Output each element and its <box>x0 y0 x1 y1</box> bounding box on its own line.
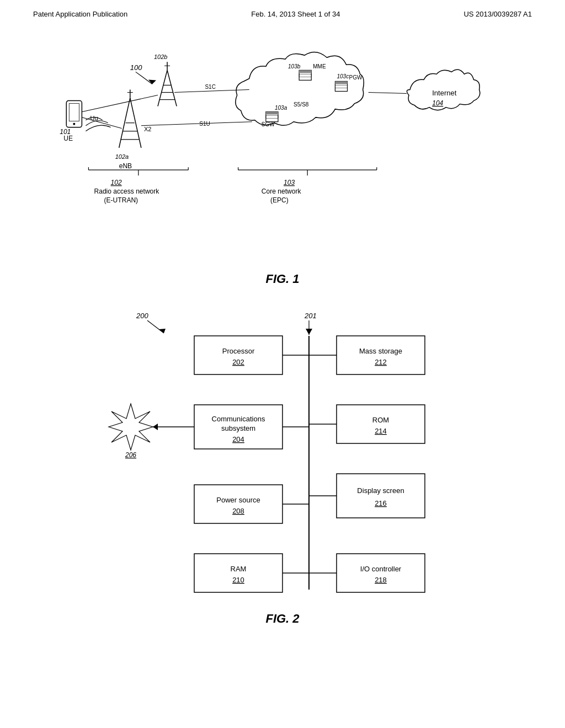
svg-text:X2: X2 <box>144 126 152 132</box>
fig2-svg: 200 201 Processor 202 Communications sub… <box>33 303 532 612</box>
svg-rect-30 <box>266 112 278 115</box>
svg-line-28 <box>82 95 158 112</box>
header-middle: Feb. 14, 2013 Sheet 1 of 34 <box>251 10 340 18</box>
svg-text:218: 218 <box>375 576 387 584</box>
svg-rect-4 <box>69 104 79 121</box>
svg-text:102b: 102b <box>154 53 168 60</box>
svg-text:200: 200 <box>136 312 148 320</box>
svg-line-27 <box>82 117 121 129</box>
svg-line-1 <box>136 72 152 84</box>
svg-rect-35 <box>299 70 311 73</box>
svg-text:S1C: S1C <box>205 84 216 90</box>
svg-text:Processor: Processor <box>222 347 255 355</box>
header-left: Patent Application Publication <box>33 10 127 18</box>
svg-text:PGW: PGW <box>349 74 363 81</box>
svg-text:S5/S8: S5/S8 <box>294 101 309 108</box>
svg-text:UE: UE <box>63 135 73 142</box>
svg-text:103: 103 <box>284 179 295 186</box>
svg-text:216: 216 <box>375 499 387 507</box>
svg-text:Power source: Power source <box>216 496 260 504</box>
svg-text:(EPC): (EPC) <box>270 196 289 204</box>
svg-text:208: 208 <box>232 507 244 515</box>
svg-text:214: 214 <box>375 427 387 435</box>
svg-text:102: 102 <box>111 179 122 186</box>
svg-text:Internet: Internet <box>432 89 457 97</box>
fig1-diagram: 100 101 UE 102a <box>33 35 532 266</box>
svg-rect-90 <box>194 554 282 592</box>
svg-text:subsystem: subsystem <box>221 424 255 432</box>
svg-marker-68 <box>159 329 166 333</box>
svg-text:ROM: ROM <box>372 416 389 424</box>
svg-text:I/O controller: I/O controller <box>360 565 402 573</box>
svg-point-5 <box>73 123 75 125</box>
fig2-label: FIG. 2 <box>33 612 532 626</box>
svg-line-17 <box>167 70 177 106</box>
svg-text:(E-UTRAN): (E-UTRAN) <box>104 196 138 204</box>
svg-text:212: 212 <box>375 358 387 366</box>
svg-line-46 <box>141 122 252 126</box>
svg-line-50 <box>369 93 407 94</box>
svg-text:100: 100 <box>130 63 143 72</box>
svg-rect-73 <box>194 336 282 374</box>
svg-rect-40 <box>335 81 347 84</box>
svg-text:104: 104 <box>432 99 443 107</box>
svg-rect-36 <box>299 74 311 77</box>
svg-rect-86 <box>194 485 282 523</box>
fig1-svg: 100 101 UE 102a <box>33 35 532 266</box>
page-header: Patent Application Publication Feb. 14, … <box>0 0 565 24</box>
svg-text:RAM: RAM <box>231 565 247 573</box>
svg-text:eNB: eNB <box>119 162 132 170</box>
fig1-label: FIG. 1 <box>33 272 532 286</box>
header-right: US 2013/0039287 A1 <box>463 10 532 18</box>
svg-text:Radio access network: Radio access network <box>94 188 159 195</box>
svg-marker-71 <box>306 329 312 335</box>
svg-line-16 <box>158 70 167 106</box>
svg-rect-94 <box>337 336 425 374</box>
svg-line-67 <box>147 320 164 333</box>
svg-marker-84 <box>109 404 153 450</box>
svg-text:103a: 103a <box>275 105 287 111</box>
svg-rect-31 <box>266 116 278 119</box>
main-content: 100 101 UE 102a <box>0 24 565 654</box>
svg-text:102a: 102a <box>115 153 129 160</box>
svg-rect-106 <box>337 554 425 592</box>
svg-rect-98 <box>337 405 425 443</box>
svg-text:MME: MME <box>313 63 326 69</box>
svg-text:103c: 103c <box>337 73 349 79</box>
svg-text:201: 201 <box>304 312 317 320</box>
svg-text:Communications: Communications <box>212 415 265 423</box>
svg-text:S1U: S1U <box>199 121 210 127</box>
svg-text:210: 210 <box>232 576 244 584</box>
svg-rect-41 <box>335 85 347 88</box>
svg-text:103b: 103b <box>288 63 301 69</box>
svg-line-47 <box>174 90 249 93</box>
svg-text:202: 202 <box>232 358 244 366</box>
svg-text:Mass storage: Mass storage <box>359 347 402 355</box>
svg-rect-102 <box>337 474 425 518</box>
svg-text:Core network: Core network <box>262 188 302 195</box>
svg-text:204: 204 <box>232 435 244 443</box>
svg-text:SGW: SGW <box>262 121 275 127</box>
svg-text:Display screen: Display screen <box>357 486 404 495</box>
fig2-diagram: 200 201 Processor 202 Communications sub… <box>33 303 532 612</box>
svg-text:206: 206 <box>125 451 136 459</box>
